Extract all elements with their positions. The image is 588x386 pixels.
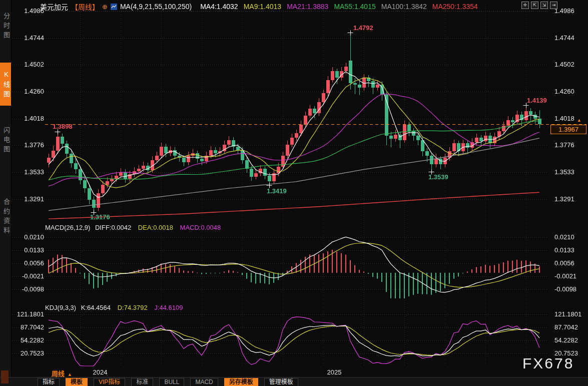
kdj-axis-label-left: 20.7523 [12,350,44,357]
ma-value: MA4:1.4032 [200,3,238,11]
price-annotation: 1.3898 [53,123,73,130]
ma-value: MA55:1.4015 [334,3,375,11]
kdj-j-value: J:44.6109 [154,304,183,311]
kdj-axis-label-right: 87.7042 [554,324,578,331]
price-axis-label-left: 1.3776 [12,142,44,149]
bottom-tab[interactable]: 管理模板 [264,378,298,386]
x-axis-year-label: 2024 [93,368,108,376]
zoom-axis-right-icon[interactable]: ⇲ [540,2,548,9]
macd-dea-value: DEA:0.0018 [138,224,173,231]
kdj-axis-label-left: 121.1801 [12,311,44,318]
price-axis-label-left: 1.4502 [12,61,44,68]
price-direction-icon: ▲ [577,118,581,123]
corner-logo [1,370,9,383]
kdj-panel-header: KDJ(9,3,3) K:64.4564 D:74.3792 J:44.6109 [45,304,183,311]
macd-axis-label-right: 0.0133 [554,247,574,254]
symbol-title: 美元加元 [40,2,68,12]
macd-axis-label-left: 0.0133 [12,247,44,254]
macd-axis-label-right: 0.0056 [554,260,574,267]
ma-value: MA9:1.4013 [244,3,282,11]
macd-diff-value: DIFF:0.0042 [95,224,131,231]
timeframe-tag: 【周线】 [71,2,99,12]
chart-toolbar: ✛⇱⇲⇥ [521,2,557,9]
sidebar-item-contract[interactable]: 合约资料 [0,183,11,250]
collapse-panel-icon[interactable]: ⇥ [550,2,557,9]
chart-type-icon[interactable] [111,4,117,10]
sidebar-item-kline[interactable]: K线图 [0,63,11,106]
macd-axis-label-left: -0.0021 [12,273,44,280]
macd-title: MACD(26,12,9) [45,224,90,231]
ma-legend: MA4:1.4032MA9:1.4013MA21:1.3883MA55:1.40… [195,3,478,11]
add-indicator-icon[interactable]: ⊕ [102,3,108,11]
kdj-axis-label-right: 121.1801 [554,311,581,318]
price-axis-label-left: 1.3533 [12,169,44,176]
price-annotation: 1.4792 [353,25,373,32]
kdj-d-value: D:74.3792 [118,304,148,311]
price-axis-label-left: 1.4260 [12,88,44,95]
price-axis-label-right: 1.4260 [554,88,574,95]
x-axis-year-label: 2025 [327,368,342,376]
ma-value: MA21:1.3883 [287,3,328,11]
price-axis-label-right: 1.4502 [554,61,574,68]
kdj-axis-label-left: 54.2282 [12,337,44,344]
macd-axis-label-right: -0.0098 [554,286,576,293]
kdj-axis-label-right: 54.2282 [554,337,578,344]
kdj-k-value: K:64.4564 [81,304,111,311]
macd-panel-header: MACD(26,12,9) DIFF:0.0042 DEA:0.0018 MAC… [45,224,221,231]
price-axis-label-left: 1.4986 [12,8,44,15]
chart-header: 美元加元 【周线】 ⊕ MA(4,9,21,55,100,250) MA4:1.… [40,2,478,12]
price-axis-label-right: 1.3776 [554,142,574,149]
bottom-tab[interactable]: 标准 [131,378,153,386]
macd-axis-label-left: -0.0098 [12,286,44,293]
current-price-tag: 1.3967 [550,125,586,134]
kdj-title: KDJ(9,3,3) [45,304,76,311]
chevron-up-icon: ▲ [68,372,72,377]
kdj-axis-label-left: 87.7042 [12,324,44,331]
ma-value: MA100:1.3842 [381,3,427,11]
bottom-tab[interactable]: BULL [159,378,184,386]
price-axis-label-left: 1.4018 [12,115,44,122]
macd-axis-label-right: -0.0021 [554,273,576,280]
price-annotation: 1.4139 [527,97,547,104]
sidebar-item-timeline[interactable]: 分时图 [0,4,11,47]
bottom-tab[interactable]: 另存模板 [224,378,258,386]
price-annotation: 1.3419 [267,188,287,195]
price-axis-label-right: 1.3291 [554,196,574,203]
bottom-tab-bar: 指标模板VIP指标标准BULLMACD另存模板管理模板 [0,377,588,386]
price-axis-label-right: 1.3533 [554,169,574,176]
macd-axis-label-left: 0.0056 [12,260,44,267]
ma-settings-label: MA(4,9,21,55,100,250) [120,3,192,11]
ma-value: MA250:1.3354 [432,3,478,11]
price-axis-label-left: 1.3291 [12,196,44,203]
chart-canvas[interactable] [0,0,588,386]
macd-macd-value: MACD:0.0048 [180,224,221,231]
macd-axis-label-left: 0.0210 [12,234,44,241]
bottom-tab[interactable]: MACD [190,378,218,386]
macd-axis-label-right: 0.0210 [554,234,574,241]
sidebar: 分时图 K线图 闪电图 合约资料 [0,0,12,386]
zoom-axis-left-icon[interactable]: ⇱ [531,2,538,9]
chart-app: 分时图 K线图 闪电图 合约资料 美元加元 【周线】 ⊕ MA(4,9,21,5… [0,0,588,386]
price-axis-label-right: 1.4018 [554,115,574,122]
bottom-tab[interactable]: 模板 [66,378,88,386]
price-axis-label-left: 1.4744 [12,35,44,42]
crosshair-icon[interactable]: ✛ [521,2,529,9]
bottom-tab[interactable]: VIP指标 [94,378,125,386]
price-annotation: 1.3539 [428,174,448,181]
time-axis-row: 周线▲ 20242025 [0,368,588,377]
bottom-tab[interactable]: 指标 [38,378,60,386]
sidebar-item-flash[interactable]: 闪电图 [0,116,11,164]
price-axis-label-right: 1.4744 [554,35,574,42]
price-annotation: 1.3176 [90,214,110,221]
